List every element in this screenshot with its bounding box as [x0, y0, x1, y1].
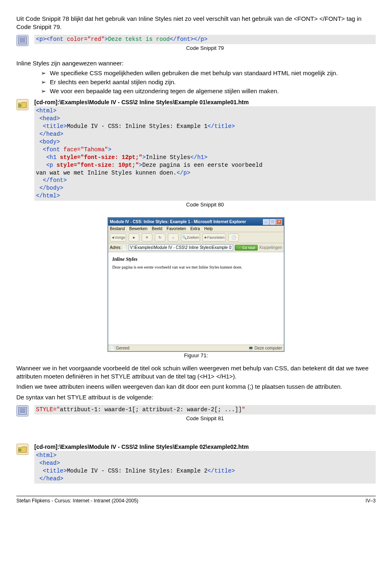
home-button[interactable]: ⌂ — [168, 233, 178, 242]
svg-point-7 — [19, 104, 21, 107]
browser-menubar: Bestand Bewerken Beeld Favorieten Extra … — [108, 226, 284, 232]
svg-point-15 — [19, 449, 21, 451]
links-label[interactable]: Koppelingen — [259, 245, 282, 250]
forward-button[interactable]: ► — [129, 233, 139, 242]
browser-toolbar: ◄ Vorige ► ✕ ↻ ⌂ 🔍 Zoeken ★ Favorieten 🕑 — [108, 232, 284, 243]
status-right: 💻 Deze computer — [248, 346, 282, 350]
back-button[interactable]: ◄ Vorige — [110, 233, 126, 242]
file-icon: 📄 — [122, 245, 127, 250]
close-icon[interactable]: × — [276, 219, 282, 225]
footer-left: Stefan Flipkens - Cursus: Internet - Int… — [16, 498, 138, 504]
status-bar: 📄 Gereed 💻 Deze computer — [108, 345, 284, 351]
code-81-caption: Code Snippit 81 — [34, 415, 376, 421]
history-button[interactable]: 🕑 — [228, 233, 239, 242]
code-79-caption: Code Snippit 79 — [34, 45, 376, 51]
refresh-button[interactable]: ↻ — [155, 233, 165, 242]
code-snippit-79: <p><font color="red">Deze tekst is rood<… — [34, 35, 376, 44]
bullet-list: ➢We specifieke CSS mogelijkheden willen … — [41, 69, 376, 95]
bullet-icon: ➢ — [41, 87, 50, 95]
code-icon — [16, 405, 34, 417]
example02-path: [cd-rom]:\Examples\Module IV - CSS\2 Inl… — [34, 444, 376, 450]
page-footer: Stefan Flipkens - Cursus: Internet - Int… — [16, 496, 376, 504]
paragraph-3: Wanneer we in het voorgaande voorbeeld d… — [16, 364, 376, 380]
go-button[interactable]: → Ga naar — [235, 245, 258, 251]
favorites-button[interactable]: ★ Favorieten — [203, 233, 226, 242]
menu-item[interactable]: Favorieten — [167, 226, 186, 231]
browser-viewport: Inline Styles Deze pagina is een eerste … — [108, 252, 284, 345]
menu-item[interactable]: Beeld — [152, 226, 163, 231]
address-label: Adres — [110, 245, 120, 250]
browser-title-text: Module IV - CSS: Inline Styles: Example … — [110, 220, 246, 224]
code-80-caption: Code Snippit 80 — [34, 202, 376, 208]
minimize-icon[interactable]: _ — [263, 219, 269, 225]
maximize-icon[interactable]: □ — [270, 219, 276, 225]
address-bar-row: Adres 📄 → Ga naar Koppelingen — [108, 243, 284, 252]
folder-icon — [16, 444, 34, 455]
page-heading: Inline Styles — [112, 256, 280, 262]
code-snippit-81: STYLE="attribuut-1: waarde-1[; attribuut… — [34, 405, 376, 414]
folder-icon — [16, 99, 34, 110]
bullet-text: We specifieke CSS mogelijkheden willen g… — [50, 69, 376, 77]
footer-right: IV–3 — [365, 498, 376, 504]
status-left: 📄 Gereed — [110, 346, 129, 350]
figure-71-caption: Figuur 71: — [16, 352, 376, 358]
window-buttons: _□× — [263, 219, 282, 225]
bullet-icon: ➢ — [41, 78, 50, 86]
bullet-text: Er slechts een beperkt aantal stijlen no… — [50, 78, 376, 86]
code-icon — [16, 35, 34, 46]
search-button[interactable]: 🔍 Zoeken — [181, 233, 200, 242]
menu-item[interactable]: Bewerken — [129, 226, 147, 231]
menu-item[interactable]: Extra — [190, 226, 200, 231]
bullet-icon: ➢ — [41, 69, 50, 77]
code-snippit-80: <html> <head> <title>Module IV - CSS: In… — [34, 106, 376, 201]
bullet-text: We voor een bepaalde tag een uitzonderin… — [50, 87, 376, 95]
paragraph-5: De syntax van het STYLE attribuut is de … — [16, 393, 376, 401]
browser-window: Module IV - CSS: Inline Styles: Example … — [108, 217, 284, 352]
intro-paragraph: Uit Code Snippit 78 blijkt dat het gebru… — [16, 15, 376, 31]
menu-item[interactable]: Bestand — [110, 226, 125, 231]
menu-item[interactable]: Help — [204, 226, 213, 231]
address-input[interactable] — [129, 244, 233, 251]
svg-rect-9 — [18, 407, 27, 414]
browser-titlebar: Module IV - CSS: Inline Styles: Example … — [108, 218, 284, 226]
svg-rect-1 — [18, 37, 27, 44]
paragraph-4: Indien we twee attributen ineens willen … — [16, 383, 376, 391]
example01-path: [cd-rom]:\Examples\Module IV - CSS\2 Inl… — [34, 99, 376, 105]
page-text: Deze pagina is een eerste voorbeeld van … — [112, 265, 280, 269]
stop-button[interactable]: ✕ — [142, 233, 152, 242]
code-example02: <html> <head> <title>Module IV - CSS: In… — [34, 451, 376, 484]
inline-styles-when: Inline Styles zijn aangewezen wanneer: — [16, 59, 376, 67]
